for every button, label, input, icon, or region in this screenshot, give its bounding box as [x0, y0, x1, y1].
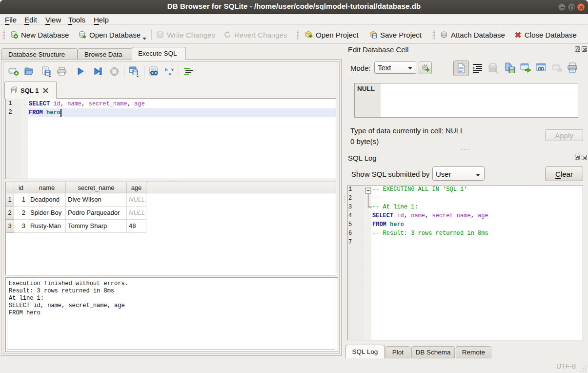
- svg-text:a: a: [169, 70, 172, 76]
- svg-text:b: b: [165, 67, 168, 72]
